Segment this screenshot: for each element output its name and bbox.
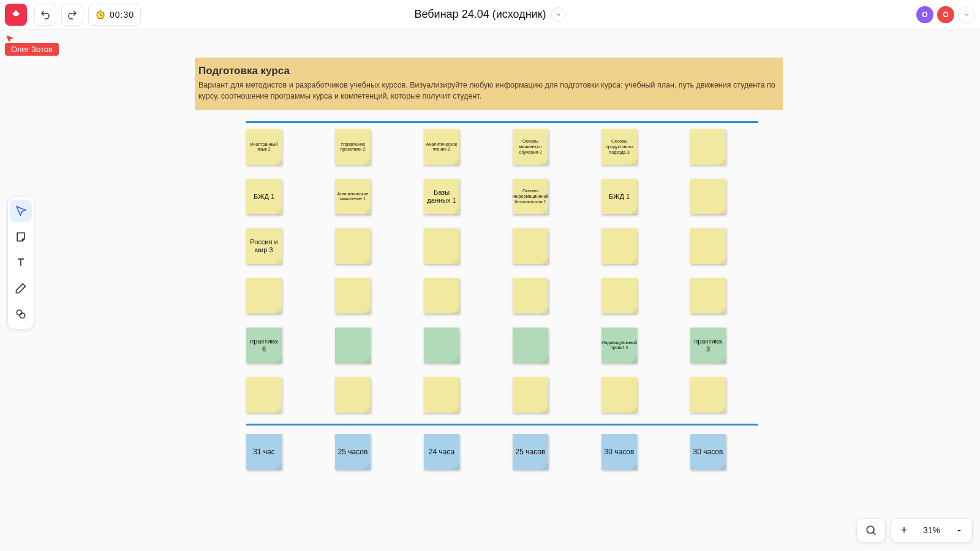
pencil-icon [15,282,27,294]
sticky-note[interactable]: Основы продуктового подхода 3 [601,129,637,165]
total-note[interactable]: 30 часов [601,434,637,470]
sticky-note[interactable] [513,328,548,363]
remote-cursor: Олег Зотов [5,34,59,56]
sticky-note[interactable]: Основы машинного обучения 2 [513,129,548,165]
sticky-note-tool[interactable] [10,226,32,248]
banner-title: Подготовка курса [198,65,779,77]
sticky-note[interactable] [335,278,371,313]
sticky-note[interactable] [246,278,282,313]
separator-bottom [246,424,758,425]
total-note[interactable]: 25 часов [335,434,371,470]
total-note[interactable]: 30 часов [690,434,726,470]
avatar[interactable]: O [937,6,954,23]
notes-grid: Иностранный язык 2Управление проектами 2… [246,129,783,413]
text-tool[interactable] [10,252,32,274]
sticky-note[interactable] [690,179,726,214]
svg-point-3 [867,526,874,533]
zoom-out-button[interactable]: - [949,518,970,542]
sticky-note[interactable]: БЖД 1 [246,179,282,214]
sticky-note[interactable] [424,278,459,313]
shapes-icon [15,308,27,320]
top-bar: 00:30 Вебинар 24.04 (исходник) O O [0,0,980,29]
sticky-note[interactable]: Базы данных 1 [424,179,459,214]
sticky-note[interactable]: Аналитическое мышление 1 [335,179,371,214]
stopwatch-icon [95,9,106,20]
banner-body: Вариант для методистов и разработчиков у… [198,80,779,102]
avatar-menu-button[interactable] [958,6,975,23]
remote-cursor-label: Олег Зотов [5,43,59,56]
sticky-note[interactable]: Аналитическое чтение 2 [424,129,459,165]
sticky-note[interactable] [424,377,459,413]
note-icon [15,231,27,243]
undo-button[interactable] [34,4,56,26]
svg-point-2 [20,313,24,318]
search-button[interactable] [856,518,886,542]
sticky-note[interactable] [424,228,459,264]
zoom-value[interactable]: 31% [914,525,949,535]
sticky-note[interactable] [601,228,637,264]
sticky-note[interactable] [690,377,726,413]
separator-top [246,121,758,123]
sticky-note[interactable]: Россия и мир 3 [246,228,282,264]
sticky-note[interactable] [424,328,459,363]
total-note[interactable]: 31 час [246,434,282,470]
sticky-note[interactable] [246,377,282,413]
sticky-note[interactable]: практика 3 [690,328,726,363]
sticky-note[interactable] [513,377,548,413]
redo-button[interactable] [61,4,83,26]
pointer-icon [15,205,27,217]
shapes-tool[interactable] [10,303,32,325]
chevron-down-icon [555,11,562,18]
sticky-note[interactable]: Иностранный язык 2 [246,129,282,165]
sticky-note[interactable] [513,228,548,264]
sticky-note[interactable] [335,377,371,413]
total-note[interactable]: 25 часов [513,434,548,470]
svg-point-1 [17,310,21,315]
board-content: Подготовка курса Вариант для методистов … [195,58,783,470]
totals-row: 31 час25 часов24 часа25 часов30 часов30 … [246,434,783,470]
sticky-note[interactable] [335,228,371,264]
sticky-note[interactable] [601,278,637,313]
app-logo[interactable] [5,4,27,26]
select-tool[interactable] [10,200,32,222]
sticky-note[interactable] [690,228,726,264]
sticky-note[interactable] [601,377,637,413]
pen-tool[interactable] [10,277,32,299]
avatar[interactable]: O [916,6,933,23]
tool-palette [7,196,34,329]
timer-value: 00:30 [110,10,134,20]
sticky-note[interactable]: Управление проектами 2 [335,129,371,165]
zoom-in-button[interactable]: + [894,518,914,542]
sticky-note[interactable]: практика 6 [246,328,282,363]
sticky-note[interactable]: БЖД 1 [601,179,637,214]
title-menu-button[interactable] [551,7,566,22]
search-icon [865,524,877,536]
sticky-note[interactable] [690,278,726,313]
sticky-note[interactable] [513,278,548,313]
banner[interactable]: Подготовка курса Вариант для методистов … [195,58,783,110]
sticky-note[interactable] [690,129,726,165]
sticky-note[interactable] [335,328,371,363]
sticky-note[interactable]: Индивидуальный проект 4 [601,328,637,363]
zoom-control: + 31% - [891,518,973,542]
redo-icon [67,9,78,20]
sticky-note[interactable]: Основы информационной безопасности 1 [513,179,548,214]
logo-icon [10,9,21,20]
undo-icon [40,9,51,20]
timer-button[interactable]: 00:30 [88,4,141,26]
board-title[interactable]: Вебинар 24.04 (исходник) [414,8,546,21]
chevron-down-icon [963,11,970,18]
canvas[interactable]: Подготовка курса Вариант для методистов … [0,29,980,551]
total-note[interactable]: 24 часа [424,434,459,470]
text-icon [15,257,27,269]
